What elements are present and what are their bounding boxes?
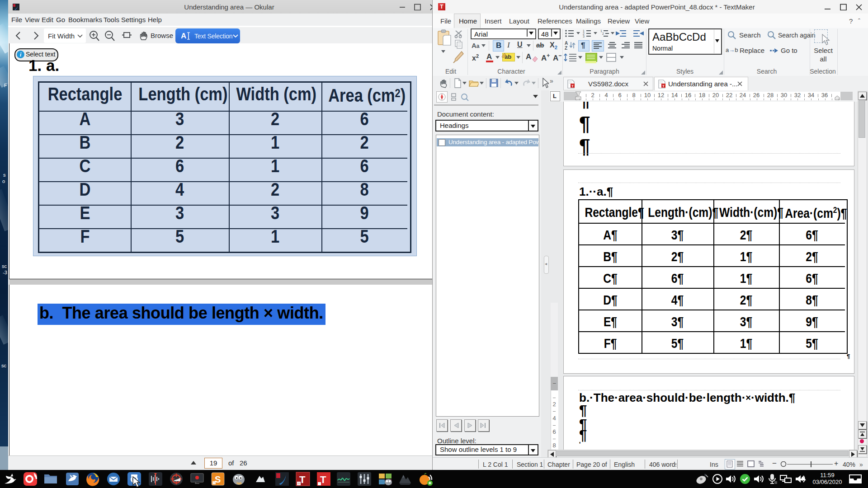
svg-text:T: T xyxy=(662,84,665,88)
svg-text:S: S xyxy=(215,474,221,484)
svg-text:A: A xyxy=(181,32,186,40)
svg-text:3: 3 xyxy=(583,35,585,38)
svg-text:A: A xyxy=(565,41,568,46)
svg-text:T: T xyxy=(320,474,326,485)
svg-text:2: 2 xyxy=(602,32,604,35)
svg-text:Z: Z xyxy=(565,46,567,51)
